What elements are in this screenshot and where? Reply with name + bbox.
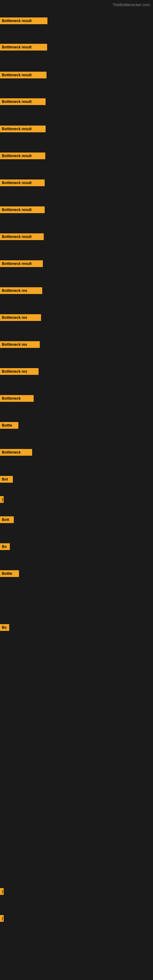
bottleneck-result-badge: Bottleneck result — [0, 18, 48, 24]
bottleneck-result-badge: Bottleneck result — [0, 98, 46, 105]
bottleneck-result-badge: Bottleneck result — [0, 126, 46, 132]
bottleneck-result-badge: Bottleneck res — [0, 314, 41, 321]
bottleneck-result-badge: Bottleneck res — [0, 287, 42, 294]
bottleneck-result-badge: Bottleneck — [0, 449, 32, 456]
bottleneck-result-badge: Bott — [0, 516, 14, 523]
bottleneck-result-badge: Bottleneck result — [0, 260, 43, 267]
site-title: TheBottlenecker.com — [113, 2, 150, 7]
bottleneck-result-badge: Bottle — [0, 422, 18, 429]
bottleneck-result-badge: Bottleneck result — [0, 180, 45, 186]
bottleneck-result-badge: | — [0, 888, 4, 895]
bottleneck-result-badge: Bottleneck — [0, 395, 33, 402]
bottleneck-result-badge: Bottleneck result — [0, 207, 45, 213]
bottleneck-result-badge: Bot — [0, 476, 13, 483]
bottleneck-result-badge: Bottle — [0, 570, 19, 577]
bottleneck-result-badge: Bottleneck result — [0, 153, 45, 159]
bottleneck-result-badge: Bo — [0, 624, 9, 631]
bottleneck-result-badge: Bottleneck result — [0, 233, 44, 240]
bottleneck-result-badge: | — [0, 915, 4, 922]
bottleneck-result-badge: Bottleneck result — [0, 72, 46, 78]
bottleneck-result-badge: Bottleneck res — [0, 368, 38, 375]
bottleneck-result-badge: Bottleneck res — [0, 341, 40, 348]
bottleneck-result-badge: Bo — [0, 543, 10, 550]
bottleneck-result-badge: | — [0, 496, 4, 503]
bottleneck-result-badge: Bottleneck result — [0, 44, 47, 51]
